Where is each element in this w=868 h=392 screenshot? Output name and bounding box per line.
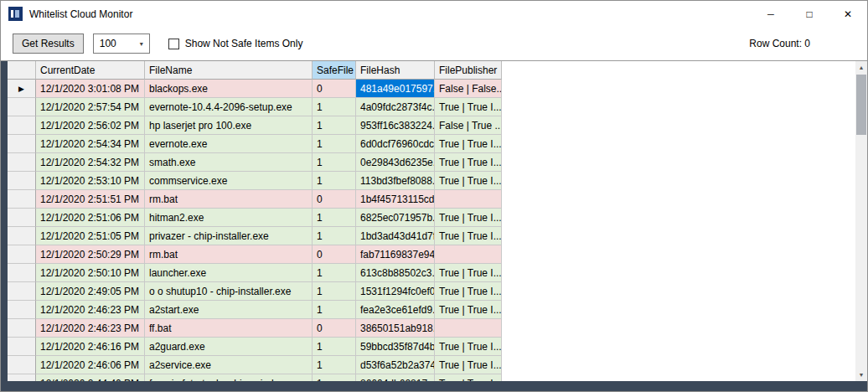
table-row[interactable]: 12/1/2020 2:46:16 PMa2guard.exe159bbcd35… <box>8 338 855 356</box>
row-selector[interactable] <box>8 319 36 338</box>
row-selector[interactable] <box>8 356 36 374</box>
cell-date[interactable]: 12/1/2020 2:46:23 PM <box>36 319 145 338</box>
row-selector[interactable] <box>8 227 36 245</box>
cell-safe[interactable]: 0 <box>313 319 356 338</box>
vertical-scrollbar[interactable]: ▲ ▼ <box>855 61 867 381</box>
column-header-filename[interactable]: FileName <box>145 61 313 80</box>
cell-hash[interactable]: 1bd3ad43d41d7f... <box>356 227 435 245</box>
cell-safe[interactable]: 0 <box>313 190 356 209</box>
cell-file[interactable]: smath.exe <box>145 153 313 172</box>
cell-hash[interactable]: 113bd3fbef8088... <box>356 172 435 190</box>
table-row[interactable]: 12/1/2020 2:44:40 PMfranzis-foto-tools_c… <box>8 374 855 381</box>
cell-file[interactable]: hp laserjet pro 100.exe <box>145 116 313 135</box>
row-selector[interactable] <box>8 98 36 116</box>
cell-safe[interactable]: 1 <box>313 209 356 227</box>
table-row[interactable]: 12/1/2020 2:46:23 PMa2start.exe1fea2e3ce… <box>8 301 855 319</box>
table-row[interactable]: 12/1/2020 2:50:10 PMlauncher.exe1613c8b8… <box>8 264 855 282</box>
cell-safe[interactable]: 1 <box>313 301 356 319</box>
cell-date[interactable]: 12/1/2020 2:51:51 PM <box>36 190 145 209</box>
cell-safe[interactable]: 1 <box>313 338 356 356</box>
cell-safe[interactable]: 1 <box>313 116 356 135</box>
cell-publisher[interactable]: False | False... <box>435 80 502 98</box>
cell-file[interactable]: ff.bat <box>145 319 313 338</box>
scrollbar-thumb[interactable] <box>856 75 866 135</box>
column-header-filepublisher[interactable]: FilePublisher <box>435 61 502 80</box>
cell-safe[interactable]: 1 <box>313 356 356 374</box>
cell-hash[interactable]: 1531f1294fc0ef0... <box>356 282 435 301</box>
cell-publisher[interactable] <box>435 245 502 264</box>
cell-date[interactable]: 12/1/2020 2:51:06 PM <box>36 209 145 227</box>
row-selector[interactable] <box>8 338 36 356</box>
cell-publisher[interactable]: True | True I... <box>435 209 502 227</box>
row-selector[interactable]: ▶ <box>8 80 36 98</box>
cell-publisher[interactable]: True | True I... <box>435 282 502 301</box>
table-row[interactable]: 12/1/2020 2:51:51 PMrm.bat01b4f45713115c… <box>8 190 855 209</box>
cell-date[interactable]: 12/1/2020 3:01:08 PM <box>36 80 145 98</box>
cell-publisher[interactable]: True | True I... <box>435 135 502 153</box>
row-selector[interactable] <box>8 172 36 190</box>
table-row[interactable]: 12/1/2020 2:46:06 PMa2service.exe1d53f6a… <box>8 356 855 374</box>
cell-file[interactable]: privazer - chip-installer.exe <box>145 227 313 245</box>
cell-date[interactable]: 12/1/2020 2:49:05 PM <box>36 282 145 301</box>
cell-safe[interactable]: 1 <box>313 135 356 153</box>
cell-publisher[interactable]: True | True I... <box>435 374 502 381</box>
show-not-safe-checkbox[interactable] <box>168 39 179 49</box>
row-selector[interactable] <box>8 264 36 282</box>
cell-publisher[interactable]: True | True I... <box>435 301 502 319</box>
scroll-down-icon[interactable]: ▼ <box>855 369 867 381</box>
chevron-down-icon[interactable]: ▾ <box>134 40 149 48</box>
cell-file[interactable]: rm.bat <box>145 190 313 209</box>
cell-file[interactable]: blackops.exe <box>145 80 313 98</box>
cell-file[interactable]: evernote.exe <box>145 135 313 153</box>
cell-hash[interactable]: fab71169837e94... <box>356 245 435 264</box>
table-row[interactable]: 12/1/2020 2:50:29 PMrm.bat0fab71169837e9… <box>8 245 855 264</box>
cell-hash[interactable]: 86604db62817c... <box>356 374 435 381</box>
table-row[interactable]: 12/1/2020 2:54:32 PMsmath.exe10e29843d62… <box>8 153 855 172</box>
cell-safe[interactable]: 1 <box>313 374 356 381</box>
row-selector[interactable] <box>8 282 36 301</box>
cell-safe[interactable]: 1 <box>313 98 356 116</box>
column-header-safefile[interactable]: SafeFile <box>313 61 356 80</box>
cell-publisher[interactable]: False | True ... <box>435 116 502 135</box>
cell-hash[interactable]: 38650151ab918... <box>356 319 435 338</box>
cell-date[interactable]: 12/1/2020 2:46:06 PM <box>36 356 145 374</box>
cell-hash[interactable]: d53f6a52b2a374... <box>356 356 435 374</box>
get-results-button[interactable]: Get Results <box>13 34 84 54</box>
cell-hash[interactable]: 4a09fdc2873f4c... <box>356 98 435 116</box>
cell-file[interactable]: a2service.exe <box>145 356 313 374</box>
cell-publisher[interactable]: True | True I... <box>435 356 502 374</box>
minimize-button[interactable]: ─ <box>752 1 790 27</box>
cell-publisher[interactable]: True | True I... <box>435 172 502 190</box>
cell-publisher[interactable]: True | True I... <box>435 98 502 116</box>
cell-date[interactable]: 12/1/2020 2:46:16 PM <box>36 338 145 356</box>
cell-date[interactable]: 12/1/2020 2:54:34 PM <box>36 135 145 153</box>
table-row[interactable]: 12/1/2020 2:53:10 PMcommservice.exe1113b… <box>8 172 855 190</box>
table-row[interactable]: 12/1/2020 2:57:54 PMevernote-10.4.4-2096… <box>8 98 855 116</box>
scroll-up-icon[interactable]: ▲ <box>855 61 867 74</box>
cell-date[interactable]: 12/1/2020 2:50:10 PM <box>36 264 145 282</box>
cell-file[interactable]: o o shutup10 - chip-installer.exe <box>145 282 313 301</box>
row-selector[interactable] <box>8 153 36 172</box>
cell-file[interactable]: commservice.exe <box>145 172 313 190</box>
cell-hash[interactable]: 6825ec071957b... <box>356 209 435 227</box>
cell-date[interactable]: 12/1/2020 2:51:05 PM <box>36 227 145 245</box>
cell-publisher[interactable] <box>435 190 502 209</box>
cell-safe[interactable]: 1 <box>313 264 356 282</box>
row-selector[interactable] <box>8 190 36 209</box>
cell-publisher[interactable]: True | True I... <box>435 338 502 356</box>
cell-safe[interactable]: 0 <box>313 245 356 264</box>
app-icon[interactable] <box>8 7 23 21</box>
cell-file[interactable]: launcher.exe <box>145 264 313 282</box>
table-row[interactable]: 12/1/2020 2:54:34 PMevernote.exe16d0dcf7… <box>8 135 855 153</box>
cell-file[interactable]: hitman2.exe <box>145 209 313 227</box>
cell-date[interactable]: 12/1/2020 2:53:10 PM <box>36 172 145 190</box>
table-row[interactable]: ▶12/1/2020 3:01:08 PMblackops.exe0481a49… <box>8 80 855 98</box>
table-row[interactable]: 12/1/2020 2:56:02 PMhp laserjet pro 100.… <box>8 116 855 135</box>
table-row[interactable]: 12/1/2020 2:46:23 PMff.bat038650151ab918… <box>8 319 855 338</box>
cell-hash[interactable]: 953ff16c383224... <box>356 116 435 135</box>
row-selector[interactable] <box>8 374 36 381</box>
cell-hash[interactable]: 0e29843d6235e... <box>356 153 435 172</box>
cell-hash[interactable]: 481a49e017597... <box>356 80 435 98</box>
cell-hash[interactable]: 1b4f45713115cd... <box>356 190 435 209</box>
cell-file[interactable]: franzis-foto-tools_chip_winde.exe <box>145 374 313 381</box>
